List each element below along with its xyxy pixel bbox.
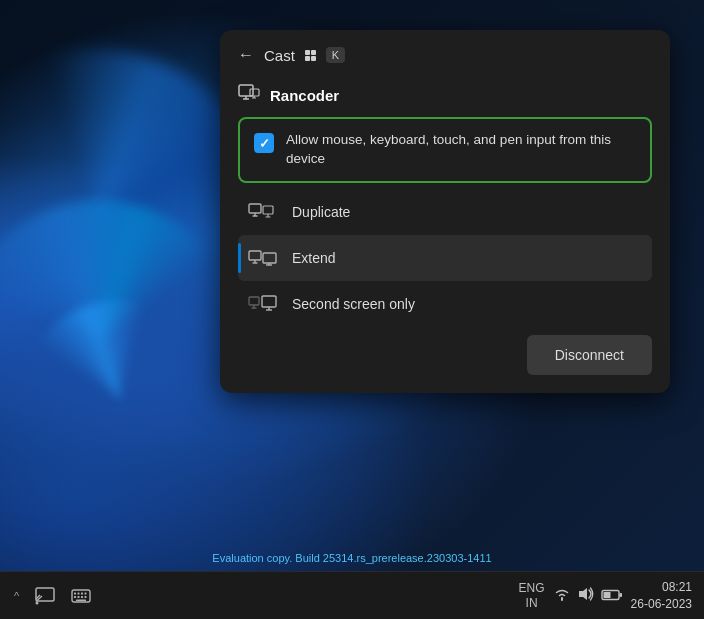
taskbar-time: 08:21 [631, 579, 692, 596]
swirl-decoration-3 [20, 300, 220, 500]
device-monitor-icon [238, 84, 260, 107]
taskbar-language[interactable]: ENG IN [519, 581, 545, 610]
taskbar-date: 26-06-2023 [631, 596, 692, 613]
battery-icon[interactable] [601, 588, 623, 604]
device-name: Rancoder [270, 87, 339, 104]
extend-icon [248, 249, 278, 267]
cast-panel: ← Cast K [220, 30, 670, 393]
cast-header: ← Cast K [220, 30, 670, 76]
taskbar-cast-icon[interactable] [29, 580, 61, 612]
svg-rect-33 [81, 596, 83, 598]
taskbar-keyboard-icon[interactable] [65, 580, 97, 612]
svg-rect-32 [78, 596, 80, 598]
svg-rect-0 [239, 85, 253, 96]
device-row: Rancoder [238, 76, 652, 117]
svg-rect-29 [81, 592, 83, 594]
svg-rect-21 [262, 296, 276, 307]
extend-mode-item[interactable]: Extend [238, 235, 652, 281]
second-screen-mode-item[interactable]: Second screen only [238, 281, 652, 327]
svg-rect-9 [263, 206, 273, 214]
svg-rect-38 [619, 593, 622, 597]
input-permission-checkbox[interactable] [254, 133, 274, 153]
svg-rect-15 [263, 253, 276, 263]
svg-rect-3 [250, 89, 259, 96]
taskbar-left: ^ [8, 580, 97, 612]
windows-icon [305, 50, 316, 61]
svg-marker-36 [579, 588, 587, 600]
svg-rect-31 [74, 596, 76, 598]
input-permission-label: Allow mouse, keyboard, touch, and pen in… [286, 131, 636, 169]
wifi-icon[interactable] [553, 587, 571, 604]
svg-rect-6 [249, 204, 261, 213]
duplicate-icon [248, 203, 278, 221]
svg-rect-34 [85, 596, 87, 598]
windows-grid-icon [305, 50, 316, 61]
disconnect-section: Disconnect [238, 327, 652, 375]
svg-rect-28 [78, 592, 80, 594]
taskbar-system-icons [553, 586, 623, 605]
desktop: ← Cast K [0, 0, 704, 619]
duplicate-mode-item[interactable]: Duplicate [238, 189, 652, 235]
display-mode-list: Duplicate Extend [238, 189, 652, 327]
lang-line1: ENG [519, 581, 545, 595]
disconnect-button[interactable]: Disconnect [527, 335, 652, 375]
second-screen-label: Second screen only [292, 296, 415, 312]
duplicate-label: Duplicate [292, 204, 350, 220]
taskbar: ^ [0, 571, 704, 619]
svg-rect-12 [249, 251, 261, 260]
taskbar-right: ENG IN [519, 579, 692, 613]
svg-rect-30 [85, 592, 87, 594]
extend-label: Extend [292, 250, 336, 266]
svg-rect-35 [76, 599, 86, 601]
input-permission-option[interactable]: Allow mouse, keyboard, touch, and pen in… [238, 117, 652, 183]
cast-title: Cast [264, 47, 295, 64]
svg-rect-18 [249, 297, 259, 305]
volume-icon[interactable] [577, 586, 595, 605]
k-badge: K [326, 47, 345, 63]
taskbar-clock[interactable]: 08:21 26-06-2023 [631, 579, 692, 613]
svg-rect-39 [603, 592, 610, 598]
lang-line2: IN [519, 596, 545, 610]
second-screen-icon [248, 295, 278, 313]
cast-content: Rancoder Allow mouse, keyboard, touch, a… [220, 76, 670, 393]
svg-point-25 [36, 601, 39, 604]
back-button[interactable]: ← [238, 46, 254, 64]
evaluation-watermark: Evaluation copy. Build 25314.rs_prerelea… [212, 552, 491, 564]
taskbar-chevron-icon[interactable]: ^ [8, 586, 25, 606]
svg-rect-27 [74, 592, 76, 594]
